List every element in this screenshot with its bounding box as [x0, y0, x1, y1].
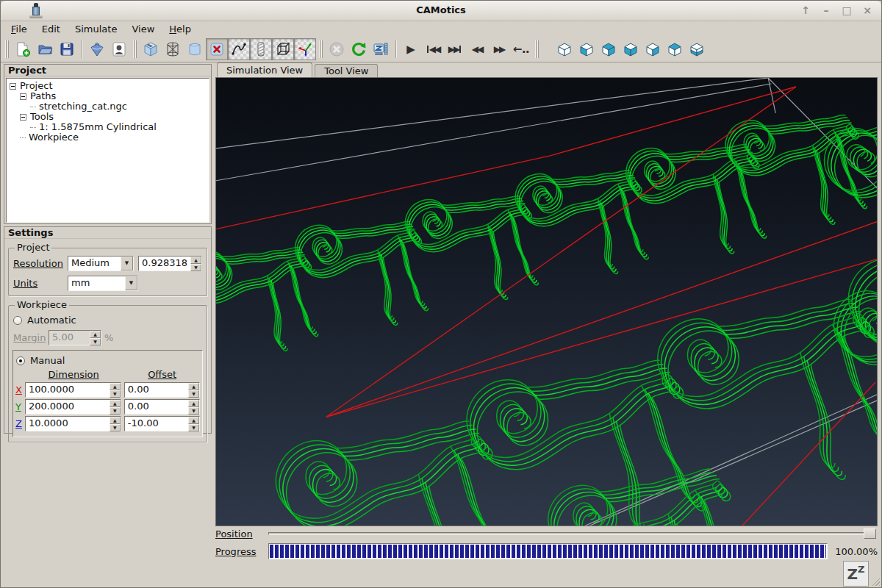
right-view-button[interactable] [642, 38, 664, 60]
end-button[interactable]: ▶▶ [444, 38, 466, 60]
show-axes-button[interactable] [294, 38, 316, 60]
menu-simulate[interactable]: Simulate [68, 23, 124, 35]
spin-down-icon[interactable]: ▼ [110, 407, 121, 415]
y-dimension-spinner[interactable]: 200.0000▲▼ [25, 399, 121, 415]
left-view-button[interactable] [620, 38, 642, 60]
tab-simulation-view[interactable]: Simulation View [217, 62, 312, 77]
x-dimension-spinner[interactable]: 100.0000▲▼ [25, 382, 121, 398]
resolution-select[interactable]: Medium ▼ [68, 256, 134, 271]
show-wire-surface-button[interactable] [162, 38, 184, 60]
play-direction-button[interactable]: ←‥ [510, 38, 532, 60]
tab-tool-view[interactable]: Tool View [315, 64, 378, 77]
tree-item-tools[interactable]: Tools [8, 112, 207, 122]
show-workpiece-bounds-button[interactable] [272, 38, 294, 60]
chevron-down-icon[interactable]: ▼ [125, 276, 137, 290]
spin-up-icon[interactable]: ▲ [188, 383, 199, 390]
y-offset-spinner[interactable]: 0.00▲▼ [124, 399, 200, 415]
progress-percent: 100.00% [828, 546, 878, 557]
z-offset-spinner[interactable]: -10.00▲▼ [124, 416, 200, 431]
units-label[interactable]: Units [13, 278, 68, 289]
resize-grip[interactable] [870, 576, 880, 586]
faster-button[interactable]: ▶▶ [488, 38, 510, 60]
spin-down-icon[interactable]: ▼ [110, 390, 121, 398]
spin-up-icon[interactable]: ▲ [188, 417, 199, 424]
front-view-button[interactable] [576, 38, 598, 60]
tree-expander[interactable] [20, 93, 26, 100]
spin-down-icon[interactable]: ▼ [190, 264, 201, 271]
units-select[interactable]: mm ▼ [68, 276, 138, 291]
menu-file[interactable]: File [4, 23, 35, 35]
toolbar-handle[interactable] [133, 40, 137, 58]
resolution-label[interactable]: Resolution [13, 258, 68, 269]
automatic-radio[interactable] [13, 316, 22, 325]
chevron-down-icon[interactable]: ▼ [121, 257, 133, 270]
play-button[interactable]: ▶ [400, 38, 422, 60]
tree-item-workpiece[interactable]: Workpiece [8, 132, 207, 143]
isometric-view-button[interactable] [553, 38, 576, 60]
tool-position-button[interactable] [370, 38, 392, 60]
position-slider[interactable] [268, 528, 876, 539]
toolbar-handle[interactable] [319, 40, 323, 58]
resolution-number-spinner[interactable]: 0.928318 ▲▼ [138, 256, 202, 271]
spin-up-icon[interactable]: ▲ [110, 400, 121, 407]
project-dock-title[interactable]: Project [4, 65, 211, 76]
tree-expander[interactable] [20, 114, 26, 121]
toolbar-handle[interactable] [535, 40, 539, 58]
shade-button[interactable]: ↑ [799, 4, 812, 16]
tool-position-icon [373, 41, 389, 57]
tree-expander[interactable] [10, 83, 16, 90]
about-user-button[interactable] [108, 38, 130, 60]
spin-down-icon[interactable]: ▼ [110, 424, 121, 431]
position-slider-handle[interactable] [864, 528, 876, 539]
open-project-button[interactable] [34, 38, 56, 60]
show-solid-workpiece-button[interactable] [184, 38, 206, 60]
tree-item-tool1[interactable]: 1: 1.5875mm Cylindrical [8, 122, 207, 132]
begin-button[interactable]: ◀◀ [422, 38, 444, 60]
toolbar-handle[interactable] [5, 40, 9, 58]
automatic-label[interactable]: Automatic [27, 315, 76, 326]
spin-up-icon[interactable]: ▲ [188, 400, 199, 407]
title-bar[interactable]: CAMotics ↑ – □ × [1, 1, 881, 21]
spin-up-icon[interactable]: ▲ [110, 417, 121, 424]
tree-item-paths[interactable]: Paths [8, 91, 207, 101]
show-cut-surface-button[interactable] [140, 38, 162, 60]
menu-help[interactable]: Help [162, 23, 198, 35]
show-tool-path-button[interactable] [228, 38, 250, 60]
reload-simulation-button[interactable] [348, 38, 370, 60]
new-project-button[interactable] [12, 38, 34, 60]
direction-icon: ←‥ [513, 43, 530, 56]
tree-item-project[interactable]: Project [8, 81, 207, 91]
z-dimension-spinner[interactable]: 10.0000▲▼ [25, 416, 121, 431]
maximize-button[interactable]: □ [840, 4, 853, 16]
top-view-button[interactable] [664, 38, 686, 60]
save-project-button[interactable] [56, 38, 78, 60]
hide-surface-button[interactable] [206, 38, 228, 60]
project-tree[interactable]: Project Paths stretching_cat.ngc Tools 1… [6, 78, 209, 223]
back-view-button[interactable] [598, 38, 620, 60]
export-button[interactable] [86, 38, 108, 60]
close-button[interactable]: × [861, 4, 874, 16]
spin-up-icon[interactable]: ▲ [190, 257, 201, 264]
tree-item-file[interactable]: stretching_cat.ngc [8, 101, 207, 112]
manual-radio[interactable] [16, 356, 25, 365]
simulation-viewport[interactable] [215, 77, 878, 526]
position-slider-groove[interactable] [268, 532, 876, 535]
sleep-button[interactable]: Z Z [843, 561, 869, 587]
spin-up-icon[interactable]: ▲ [110, 383, 121, 390]
settings-dock-title[interactable]: Settings [4, 227, 211, 239]
stop-simulation-button[interactable] [326, 38, 348, 60]
minimize-button[interactable]: – [820, 4, 833, 16]
spin-down-icon[interactable]: ▼ [188, 424, 199, 431]
slower-button[interactable]: ◀◀ [466, 38, 488, 60]
top-cube-icon [667, 42, 682, 57]
menu-view[interactable]: View [124, 23, 162, 35]
spin-down-icon[interactable]: ▼ [188, 407, 199, 415]
x-offset-spinner[interactable]: 0.00▲▼ [124, 382, 200, 398]
show-tool-button[interactable] [250, 38, 272, 60]
margin-spinner[interactable]: 5.00 ▲▼ [49, 330, 101, 345]
spin-down-icon[interactable]: ▼ [188, 390, 199, 398]
reload-icon [351, 41, 367, 57]
menu-edit[interactable]: Edit [35, 23, 68, 35]
bottom-view-button[interactable] [686, 38, 708, 60]
manual-label[interactable]: Manual [30, 355, 65, 366]
